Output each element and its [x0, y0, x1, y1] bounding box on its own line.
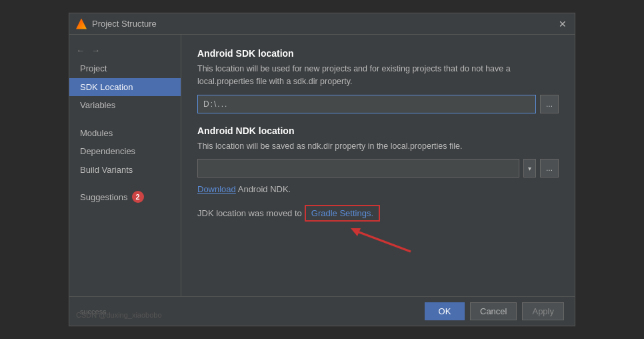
title-bar-left: Project Structure [76, 19, 157, 29]
close-button[interactable]: ✕ [557, 19, 568, 29]
suggestions-badge: 2 [132, 191, 144, 203]
red-arrow-svg [317, 222, 424, 255]
sidebar: ← → Project SDK Location Variables Modul… [69, 35, 181, 296]
download-suffix: Android NDK. [238, 184, 291, 194]
sidebar-item-modules[interactable]: Modules [69, 124, 181, 143]
ok-button[interactable]: OK [425, 302, 465, 320]
ndk-dropdown-button[interactable]: ▾ [523, 159, 536, 178]
arrow-decoration [197, 222, 559, 255]
apply-button[interactable]: Apply [522, 302, 564, 320]
nav-arrows: ← → [69, 41, 181, 59]
sidebar-item-project[interactable]: Project [69, 59, 181, 78]
gradle-settings-link[interactable]: Gradle Settings. [311, 208, 373, 218]
sidebar-item-dependencies[interactable]: Dependencies [69, 142, 181, 161]
sdk-description: This location will be used for new proje… [197, 63, 559, 88]
download-row: Download Android NDK. [197, 184, 559, 194]
sidebar-item-suggestions[interactable]: Suggestions 2 [69, 188, 181, 206]
sdk-browse-button[interactable]: ... [540, 95, 559, 113]
ndk-description: This location will be saved as ndk.dir p… [197, 140, 559, 153]
svg-line-0 [357, 232, 411, 252]
sidebar-item-build-variants[interactable]: Build Variants [69, 161, 181, 180]
nav-middle-section: Modules Dependencies Build Variants [69, 124, 181, 180]
sdk-title: Android SDK location [197, 48, 559, 59]
app-icon [76, 19, 87, 29]
sdk-input-row: ... [197, 95, 559, 113]
forward-button[interactable]: → [89, 44, 103, 57]
ndk-section: Android NDK location This location will … [197, 125, 559, 195]
sdk-section: Android SDK location This location will … [197, 48, 559, 113]
ndk-browse-button[interactable]: ... [540, 159, 559, 178]
suggestions-label: Suggestions [80, 192, 128, 202]
jdk-prefix: JDK location was moved to [197, 208, 302, 218]
download-ndk-link[interactable]: Download [197, 184, 236, 194]
ndk-input-row: ▾ ... [197, 159, 559, 178]
ndk-title: Android NDK location [197, 125, 559, 136]
jdk-section: JDK location was moved to Gradle Setting… [197, 205, 559, 255]
dialog-body: ← → Project SDK Location Variables Modul… [69, 35, 575, 296]
gradle-settings-box: Gradle Settings. [305, 205, 380, 222]
title-bar: Project Structure ✕ [69, 13, 575, 35]
title-bar-controls: ✕ [557, 19, 568, 29]
ndk-path-input[interactable] [197, 159, 519, 178]
cancel-button[interactable]: Cancel [470, 302, 517, 320]
dialog-title: Project Structure [92, 19, 157, 29]
project-structure-dialog: Project Structure ✕ ← → Project SDK Loca… [69, 13, 575, 326]
sdk-path-input[interactable] [197, 95, 536, 113]
sidebar-item-variables[interactable]: Variables [69, 96, 181, 115]
sidebar-item-sdk-location[interactable]: SDK Location [69, 78, 181, 97]
watermark: CSDN @duxing_xiaobobo [76, 311, 162, 319]
main-content: Android SDK location This location will … [181, 35, 575, 296]
nav-top-section: Project SDK Location Variables [69, 59, 181, 115]
back-button[interactable]: ← [73, 44, 87, 57]
jdk-text-row: JDK location was moved to Gradle Setting… [197, 205, 559, 222]
